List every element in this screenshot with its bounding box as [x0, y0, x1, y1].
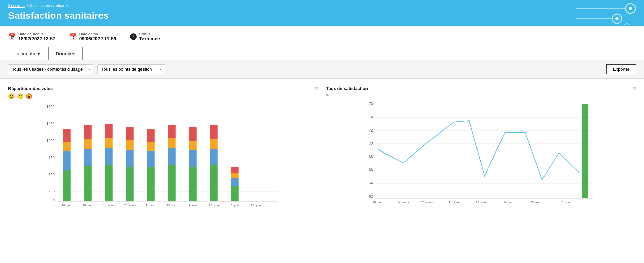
end-date-item: 📅 Date de fin 09/06/2022 11:59 — [69, 32, 116, 41]
export-button[interactable]: Exporter — [606, 64, 636, 74]
svg-rect-48 — [168, 148, 176, 165]
svg-text:76: 76 — [369, 102, 373, 106]
tabs-bar: Informations Données — [0, 47, 644, 60]
line-chart-title: Taux de satisfaction — [326, 86, 368, 91]
svg-rect-52 — [189, 167, 197, 201]
svg-rect-60 — [210, 125, 218, 139]
calendar-start-icon: 📅 — [8, 33, 16, 40]
svg-text:14. mars: 14. mars — [397, 201, 409, 204]
breadcrumb-separator: > — [26, 3, 29, 8]
controls-left: Tous les usages - contextes d'usage Tous… — [8, 64, 165, 74]
svg-text:68: 68 — [369, 155, 373, 159]
svg-rect-30 — [84, 125, 92, 139]
svg-text:14. févr.: 14. févr. — [62, 204, 72, 207]
svg-rect-65 — [231, 167, 239, 173]
svg-text:25. avril: 25. avril — [475, 201, 486, 204]
line-chart-container: Taux de satisfaction ≡ % 76 74 72 70 68 … — [326, 85, 636, 210]
svg-rect-33 — [105, 148, 113, 165]
svg-rect-43 — [147, 151, 155, 167]
svg-rect-63 — [231, 178, 239, 186]
svg-rect-57 — [210, 165, 218, 201]
bar-chart-menu-icon[interactable]: ≡ — [315, 85, 318, 92]
bar-group-6: 25. avril — [166, 125, 177, 207]
svg-text:23. mai: 23. mai — [530, 201, 540, 204]
svg-text:9. mai: 9. mai — [504, 201, 512, 204]
svg-rect-38 — [126, 150, 134, 167]
svg-text:28. févr.: 28. févr. — [83, 204, 93, 207]
svg-rect-22 — [63, 170, 71, 201]
svg-point-4 — [615, 17, 619, 20]
header-bar: Sessions > Satisfaction sanitaires Satis… — [0, 0, 644, 26]
svg-rect-45 — [147, 129, 155, 142]
svg-text:74: 74 — [369, 115, 373, 119]
svg-rect-29 — [84, 139, 92, 149]
usage-filter-select[interactable]: Tous les usages - contextes d'usage — [8, 64, 93, 74]
svg-rect-40 — [126, 127, 134, 140]
svg-text:66: 66 — [369, 168, 373, 172]
tab-donnees[interactable]: Données — [48, 47, 83, 60]
svg-rect-25 — [63, 129, 71, 142]
svg-rect-32 — [105, 165, 113, 201]
svg-rect-47 — [168, 165, 176, 201]
svg-rect-50 — [168, 125, 176, 138]
svg-text:14. mars: 14. mars — [103, 204, 115, 207]
usage-filter-wrapper[interactable]: Tous les usages - contextes d'usage — [8, 64, 93, 74]
end-date-label: Date de fin — [79, 32, 116, 36]
svg-text:72: 72 — [369, 128, 373, 132]
bar-group-7: 9. mai — [188, 127, 197, 207]
status-value: Terminée — [139, 36, 160, 41]
svg-text:28. mars: 28. mars — [421, 201, 433, 204]
svg-rect-62 — [231, 186, 239, 201]
end-date-value: 09/06/2022 11:59 — [79, 36, 116, 41]
management-filter-wrapper[interactable]: Tous les points de gestion — [97, 64, 165, 74]
svg-rect-54 — [189, 141, 197, 150]
svg-text:28. mars: 28. mars — [124, 204, 136, 207]
legend-neutral-icon: 😐 — [17, 93, 24, 99]
legend-angry-icon: 😡 — [26, 93, 32, 99]
svg-text:28. févr.: 28. févr. — [372, 201, 383, 204]
tab-informations[interactable]: Informations — [8, 47, 48, 60]
page-title: Satisfaction sanitaires — [8, 10, 636, 21]
breadcrumb-parent[interactable]: Sessions — [8, 3, 25, 8]
charts-area: Répartition des votes ≡ 😊 😐 😡 1500 1250 … — [0, 79, 644, 217]
calendar-end-icon: 📅 — [69, 33, 76, 40]
svg-rect-53 — [189, 150, 197, 167]
svg-rect-59 — [210, 139, 218, 149]
svg-rect-24 — [63, 142, 71, 151]
breadcrumb-current: Satisfaction sanitaires — [29, 3, 69, 8]
svg-rect-23 — [63, 151, 71, 170]
svg-rect-85 — [582, 104, 588, 198]
svg-rect-39 — [126, 140, 134, 150]
management-filter-select[interactable]: Tous les points de gestion — [97, 64, 165, 74]
svg-text:9. mai: 9. mai — [188, 204, 197, 207]
bar-group-10: 20. juin — [251, 204, 261, 207]
bar-group-4: 28. mars — [124, 127, 136, 207]
svg-text:64: 64 — [369, 181, 373, 185]
bar-chart-title: Répartition des votes — [8, 86, 53, 91]
svg-text:25. avril: 25. avril — [166, 204, 177, 207]
start-date-value: 18/02/2022 13:57 — [18, 36, 55, 41]
svg-rect-34 — [105, 138, 113, 148]
bar-group-8: 23. mai — [209, 125, 219, 207]
svg-text:250: 250 — [48, 189, 54, 194]
header-decoration — [576, 3, 637, 26]
status-label: Statut — [139, 32, 160, 36]
svg-rect-35 — [105, 124, 113, 138]
svg-text:500: 500 — [48, 173, 54, 177]
svg-text:1500: 1500 — [46, 105, 54, 109]
svg-text:70: 70 — [369, 141, 373, 145]
svg-point-6 — [624, 24, 630, 26]
svg-point-1 — [629, 7, 632, 10]
svg-rect-49 — [168, 138, 176, 148]
start-date-label: Date de début — [18, 32, 55, 36]
start-date-item: 📅 Date de début 18/02/2022 13:57 — [8, 32, 55, 41]
line-chart-unit: % — [326, 93, 636, 97]
meta-bar: 📅 Date de début 18/02/2022 13:57 📅 Date … — [0, 26, 644, 47]
svg-text:1000: 1000 — [46, 139, 54, 143]
controls-bar: Tous les usages - contextes d'usage Tous… — [0, 60, 644, 79]
line-chart-menu-icon[interactable]: ≡ — [633, 85, 636, 92]
breadcrumb: Sessions > Satisfaction sanitaires — [8, 3, 636, 8]
svg-text:0: 0 — [53, 199, 55, 203]
bar-group-9: 6. juin — [231, 167, 239, 207]
satisfaction-line — [378, 121, 579, 180]
